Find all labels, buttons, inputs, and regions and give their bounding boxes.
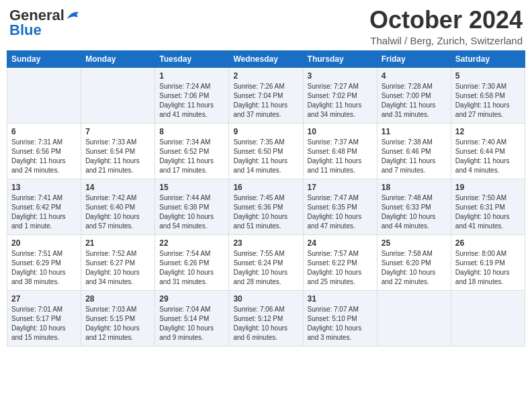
calendar-cell: 13Sunrise: 7:41 AM Sunset: 6:42 PM Dayli…	[7, 179, 81, 234]
calendar-cell: 23Sunrise: 7:55 AM Sunset: 6:24 PM Dayli…	[229, 234, 303, 290]
day-info: Sunrise: 7:41 AM Sunset: 6:42 PM Dayligh…	[11, 193, 77, 231]
calendar-week-row: 1Sunrise: 7:24 AM Sunset: 7:06 PM Daylig…	[7, 67, 525, 123]
calendar-cell: 18Sunrise: 7:48 AM Sunset: 6:33 PM Dayli…	[377, 179, 451, 234]
day-number: 27	[11, 294, 77, 304]
calendar-cell: 14Sunrise: 7:42 AM Sunset: 6:40 PM Dayli…	[81, 179, 155, 234]
calendar-cell: 9Sunrise: 7:35 AM Sunset: 6:50 PM Daylig…	[229, 123, 303, 179]
day-number: 31	[308, 294, 373, 304]
day-info: Sunrise: 7:06 AM Sunset: 5:12 PM Dayligh…	[233, 305, 298, 342]
day-number: 9	[233, 127, 298, 136]
title-block: October 2024 Thalwil / Berg, Zurich, Swi…	[369, 7, 523, 46]
calendar-cell: 15Sunrise: 7:44 AM Sunset: 6:38 PM Dayli…	[155, 179, 229, 234]
calendar-cell: 22Sunrise: 7:54 AM Sunset: 6:26 PM Dayli…	[155, 234, 229, 290]
calendar-cell: 7Sunrise: 7:33 AM Sunset: 6:54 PM Daylig…	[81, 123, 155, 179]
day-info: Sunrise: 7:57 AM Sunset: 6:22 PM Dayligh…	[308, 249, 373, 287]
day-info: Sunrise: 7:34 AM Sunset: 6:52 PM Dayligh…	[159, 138, 224, 175]
day-number: 17	[308, 183, 373, 192]
day-number: 30	[233, 294, 298, 304]
month-title: October 2024	[369, 7, 523, 34]
header-cell-monday: Monday	[81, 50, 155, 67]
calendar-week-row: 6Sunrise: 7:31 AM Sunset: 6:56 PM Daylig…	[7, 123, 525, 179]
day-number: 28	[85, 294, 150, 304]
day-number: 29	[159, 294, 224, 304]
calendar-cell: 29Sunrise: 7:04 AM Sunset: 5:14 PM Dayli…	[155, 290, 229, 346]
day-info: Sunrise: 7:30 AM Sunset: 6:58 PM Dayligh…	[455, 82, 521, 120]
header-cell-tuesday: Tuesday	[155, 50, 229, 67]
calendar-cell: 2Sunrise: 7:26 AM Sunset: 7:04 PM Daylig…	[229, 67, 303, 123]
day-info: Sunrise: 7:47 AM Sunset: 6:35 PM Dayligh…	[308, 193, 373, 231]
calendar-cell: 1Sunrise: 7:24 AM Sunset: 7:06 PM Daylig…	[155, 67, 229, 123]
day-number: 23	[233, 238, 298, 248]
day-number: 8	[159, 127, 224, 136]
day-info: Sunrise: 7:45 AM Sunset: 6:36 PM Dayligh…	[233, 193, 298, 231]
calendar-cell: 28Sunrise: 7:03 AM Sunset: 5:15 PM Dayli…	[81, 290, 155, 346]
day-number: 11	[382, 127, 447, 136]
day-info: Sunrise: 7:26 AM Sunset: 7:04 PM Dayligh…	[233, 82, 298, 120]
day-info: Sunrise: 7:51 AM Sunset: 6:29 PM Dayligh…	[11, 249, 77, 287]
calendar-cell: 19Sunrise: 7:50 AM Sunset: 6:31 PM Dayli…	[451, 179, 525, 234]
header-cell-wednesday: Wednesday	[229, 50, 303, 67]
page-header: General Blue October 2024 Thalwil / Berg…	[7, 7, 525, 46]
calendar-cell: 8Sunrise: 7:34 AM Sunset: 6:52 PM Daylig…	[155, 123, 229, 179]
calendar-header-row: SundayMondayTuesdayWednesdayThursdayFrid…	[7, 50, 525, 67]
calendar-table: SundayMondayTuesdayWednesdayThursdayFrid…	[7, 50, 525, 347]
calendar-cell: 11Sunrise: 7:38 AM Sunset: 6:46 PM Dayli…	[377, 123, 451, 179]
location: Thalwil / Berg, Zurich, Switzerland	[369, 35, 523, 46]
calendar-cell: 25Sunrise: 7:58 AM Sunset: 6:20 PM Dayli…	[377, 234, 451, 290]
day-info: Sunrise: 7:28 AM Sunset: 7:00 PM Dayligh…	[382, 82, 447, 120]
day-info: Sunrise: 7:40 AM Sunset: 6:44 PM Dayligh…	[455, 138, 521, 175]
calendar-cell: 17Sunrise: 7:47 AM Sunset: 6:35 PM Dayli…	[303, 179, 377, 234]
calendar-cell: 21Sunrise: 7:52 AM Sunset: 6:27 PM Dayli…	[81, 234, 155, 290]
day-info: Sunrise: 7:04 AM Sunset: 5:14 PM Dayligh…	[159, 305, 224, 342]
calendar-cell: 31Sunrise: 7:07 AM Sunset: 5:10 PM Dayli…	[303, 290, 377, 346]
day-info: Sunrise: 7:42 AM Sunset: 6:40 PM Dayligh…	[85, 193, 150, 231]
day-number: 12	[455, 127, 521, 136]
day-number: 25	[382, 238, 447, 248]
header-cell-thursday: Thursday	[303, 50, 377, 67]
calendar-cell	[7, 67, 81, 123]
day-info: Sunrise: 7:44 AM Sunset: 6:38 PM Dayligh…	[159, 193, 224, 231]
day-number: 4	[382, 71, 447, 81]
day-info: Sunrise: 7:01 AM Sunset: 5:17 PM Dayligh…	[11, 305, 77, 342]
day-number: 22	[159, 238, 224, 248]
day-info: Sunrise: 7:27 AM Sunset: 7:02 PM Dayligh…	[308, 82, 373, 120]
day-info: Sunrise: 7:52 AM Sunset: 6:27 PM Dayligh…	[85, 249, 150, 287]
calendar-cell	[377, 290, 451, 346]
day-number: 18	[382, 183, 447, 192]
calendar-cell: 4Sunrise: 7:28 AM Sunset: 7:00 PM Daylig…	[377, 67, 451, 123]
day-number: 5	[455, 71, 521, 81]
calendar-cell: 30Sunrise: 7:06 AM Sunset: 5:12 PM Dayli…	[229, 290, 303, 346]
calendar-cell: 27Sunrise: 7:01 AM Sunset: 5:17 PM Dayli…	[7, 290, 81, 346]
day-info: Sunrise: 7:31 AM Sunset: 6:56 PM Dayligh…	[11, 138, 77, 175]
day-number: 15	[159, 183, 224, 192]
header-cell-friday: Friday	[377, 50, 451, 67]
calendar-week-row: 20Sunrise: 7:51 AM Sunset: 6:29 PM Dayli…	[7, 234, 525, 290]
day-number: 6	[11, 127, 77, 136]
day-info: Sunrise: 7:48 AM Sunset: 6:33 PM Dayligh…	[382, 193, 447, 231]
calendar-cell	[81, 67, 155, 123]
day-info: Sunrise: 8:00 AM Sunset: 6:19 PM Dayligh…	[455, 249, 521, 287]
day-number: 26	[455, 238, 521, 248]
logo-blue: Blue	[9, 21, 42, 39]
day-info: Sunrise: 7:07 AM Sunset: 5:10 PM Dayligh…	[308, 305, 373, 342]
day-info: Sunrise: 7:50 AM Sunset: 6:31 PM Dayligh…	[455, 193, 521, 231]
day-number: 20	[11, 238, 77, 248]
logo-bird-icon	[66, 9, 81, 21]
calendar-cell	[451, 290, 525, 346]
day-number: 3	[308, 71, 373, 81]
logo: General Blue	[9, 7, 81, 39]
day-number: 24	[308, 238, 373, 248]
calendar-cell: 16Sunrise: 7:45 AM Sunset: 6:36 PM Dayli…	[229, 179, 303, 234]
day-number: 2	[233, 71, 298, 81]
calendar-week-row: 13Sunrise: 7:41 AM Sunset: 6:42 PM Dayli…	[7, 179, 525, 234]
day-number: 10	[308, 127, 373, 136]
day-info: Sunrise: 7:54 AM Sunset: 6:26 PM Dayligh…	[159, 249, 224, 287]
calendar-cell: 20Sunrise: 7:51 AM Sunset: 6:29 PM Dayli…	[7, 234, 81, 290]
calendar-cell: 26Sunrise: 8:00 AM Sunset: 6:19 PM Dayli…	[451, 234, 525, 290]
day-number: 13	[11, 183, 77, 192]
day-number: 1	[159, 71, 224, 81]
calendar-cell: 24Sunrise: 7:57 AM Sunset: 6:22 PM Dayli…	[303, 234, 377, 290]
day-number: 7	[85, 127, 150, 136]
day-info: Sunrise: 7:58 AM Sunset: 6:20 PM Dayligh…	[382, 249, 447, 287]
day-info: Sunrise: 7:55 AM Sunset: 6:24 PM Dayligh…	[233, 249, 298, 287]
